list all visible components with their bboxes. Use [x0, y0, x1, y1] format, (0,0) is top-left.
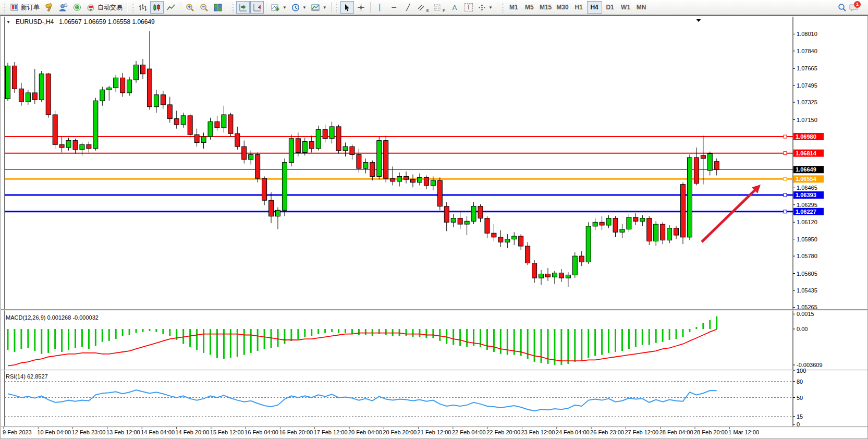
chart-bars-button[interactable] — [136, 1, 150, 14]
candle-bear — [661, 224, 665, 240]
candle-bull — [39, 74, 44, 100]
arrows-button[interactable]: ▼ — [476, 1, 495, 14]
candle-bull — [107, 88, 112, 90]
bar-chart-icon — [139, 4, 147, 11]
price-badge-label: 1.06814 — [796, 150, 817, 156]
toolbar-grip[interactable] — [131, 2, 134, 13]
notifications-button[interactable]: 1 — [849, 3, 859, 11]
time-tick-label: 23 Feb 12:00 — [521, 429, 555, 435]
candle-bear — [228, 115, 233, 133]
chart-canvas[interactable]: 1.080101.078401.076651.074951.073251.071… — [1, 16, 868, 439]
time-axis[interactable]: 9 Feb 202310 Feb 04:0012 Feb 23:0013 Feb… — [3, 427, 759, 435]
horizontal-line-button[interactable]: ─ — [387, 1, 401, 14]
candle-bull — [127, 80, 132, 93]
indicators-button[interactable]: ▼ — [269, 1, 289, 14]
fibonacci-icon — [434, 4, 441, 11]
zoom-out-button[interactable] — [197, 1, 211, 14]
trend-arrow[interactable] — [702, 185, 761, 242]
timeframe-button-h4[interactable]: H4 — [587, 1, 602, 14]
chart-candles-button[interactable] — [150, 1, 164, 14]
candle-bull — [276, 210, 280, 216]
hline-handle[interactable] — [784, 135, 787, 138]
time-tick-label: 26 Feb 23:00 — [590, 429, 624, 435]
rsi-axis-label: 15 — [797, 413, 803, 420]
toolbar-grip[interactable] — [336, 2, 338, 13]
time-tick-label: 21 Feb 12:00 — [418, 429, 451, 435]
rsi-axis-label: 100 — [797, 368, 806, 374]
price-tick-label: 1.07325 — [797, 99, 817, 105]
search-button[interactable] — [835, 1, 849, 14]
scroll-end-marker[interactable] — [696, 19, 701, 22]
trendline-button[interactable]: ╱ — [401, 1, 415, 14]
timeframe-button-m15[interactable]: M15 — [537, 1, 554, 14]
candle-bear — [120, 78, 125, 93]
text-tool-icon: A — [453, 4, 457, 11]
accounts-button[interactable] — [56, 1, 70, 14]
candle-bear — [559, 273, 564, 278]
text-label-button[interactable]: T — [462, 1, 475, 14]
timeframe-button-mn[interactable]: MN — [634, 1, 649, 14]
crosshair-button[interactable] — [354, 1, 368, 14]
periods-button[interactable]: ▼ — [289, 1, 309, 14]
signals-button[interactable] — [70, 1, 84, 14]
timeframe-button-m1[interactable]: M1 — [506, 1, 521, 14]
tile-windows-button[interactable] — [211, 1, 225, 14]
candle-bull — [208, 121, 213, 137]
hline-handle[interactable] — [784, 210, 787, 213]
templates-button[interactable]: ▼ — [309, 1, 329, 14]
time-tick-label: 22 Feb 04:00 — [452, 429, 486, 435]
zoom-in-button[interactable] — [183, 1, 197, 14]
candle-bear — [613, 218, 618, 233]
candle-bull — [302, 142, 307, 153]
macd-signal-line — [8, 330, 717, 366]
chart-shift-button[interactable] — [250, 1, 264, 14]
time-tick-label: 9 Feb 2023 — [3, 429, 32, 435]
new-order-button[interactable]: 新订单 — [8, 1, 42, 14]
price-tick-label: 1.06295 — [797, 202, 817, 208]
chart-window: 1.080101.078401.076651.074951.073251.071… — [0, 15, 868, 439]
candle-bull — [100, 90, 105, 101]
timeframe-button-m30[interactable]: M30 — [554, 1, 570, 14]
rsi-axis-label: 0 — [797, 421, 800, 428]
toolbar-grip[interactable] — [4, 2, 6, 13]
candle-bear — [579, 256, 584, 262]
price-tick-label: 1.07840 — [797, 48, 817, 54]
fibonacci-button[interactable]: F — [432, 1, 447, 14]
equidistant-channel-button[interactable]: E — [415, 1, 431, 14]
timeframe-button-d1[interactable]: D1 — [603, 1, 618, 14]
toolbar-grip[interactable] — [502, 2, 504, 13]
time-tick-label: 16 Feb 20:00 — [279, 429, 313, 435]
candle-bull — [397, 176, 402, 181]
timeframe-button-h1[interactable]: H1 — [571, 1, 586, 14]
price-tick-label: 1.06465 — [797, 185, 817, 191]
macd-axis-label: 0.00 — [797, 326, 808, 332]
candle-bear — [633, 217, 638, 222]
toolbar-separator — [180, 2, 181, 13]
rsi-axis-label: 50 — [797, 395, 803, 401]
text-button[interactable]: A — [448, 1, 461, 14]
chart-dropdown-icon[interactable]: ▼ — [6, 20, 10, 25]
new-order-icon — [10, 4, 19, 11]
candle-bull — [627, 217, 631, 229]
vertical-line-button[interactable]: │ — [373, 1, 387, 14]
timeframe-button-m5[interactable]: M5 — [522, 1, 537, 14]
price-tick-label: 1.07150 — [797, 117, 817, 123]
toolbar-grip[interactable] — [231, 2, 234, 13]
auto-trading-button[interactable]: 自动交易 — [84, 1, 125, 14]
horizontal-lines[interactable] — [5, 135, 793, 213]
timeframe-button-w1[interactable]: W1 — [618, 1, 633, 14]
chart-line-button[interactable] — [164, 1, 178, 14]
candle-bear — [296, 139, 300, 153]
candle-bear — [647, 218, 652, 241]
hline-handle[interactable] — [784, 152, 787, 155]
hline-handle[interactable] — [784, 193, 787, 197]
candle-bear — [242, 147, 247, 160]
auto-scroll-button[interactable] — [236, 1, 250, 14]
hline-handle[interactable] — [784, 177, 787, 180]
cursor-button[interactable] — [340, 1, 354, 14]
chart-title[interactable]: ▼ EURUSD-,H4 1.06567 1.06659 1.06558 1.0… — [6, 18, 155, 26]
styles-hammer-button[interactable] — [42, 1, 56, 14]
price-badge-label: 1.06227 — [796, 209, 816, 215]
candles — [6, 31, 719, 287]
toolbar: 新订单 自动交易 — [0, 0, 868, 15]
